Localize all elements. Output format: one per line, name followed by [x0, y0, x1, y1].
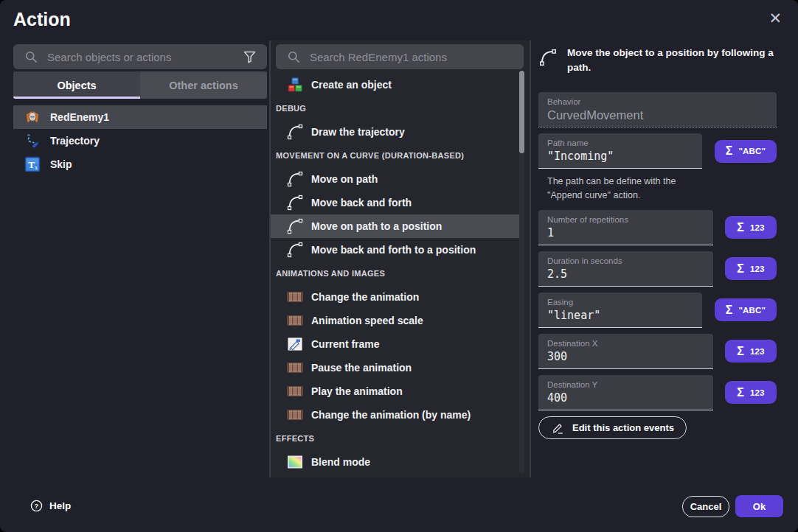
frame-icon: [286, 335, 304, 353]
field-input-destination-y[interactable]: [547, 391, 704, 405]
expression-editor-button[interactable]: Σ"ABC": [715, 140, 777, 163]
object-tabs: Objects Other actions: [13, 71, 267, 99]
svg-text:?: ?: [35, 502, 39, 510]
cancel-button[interactable]: Cancel: [682, 496, 729, 517]
object-label: RedEnemy1: [50, 111, 109, 123]
help-button[interactable]: ? Help: [30, 499, 71, 513]
objects-search-input[interactable]: [47, 51, 233, 63]
scrollbar-thumb[interactable]: [519, 71, 524, 153]
object-item-trajectory[interactable]: Trajectory: [13, 129, 267, 153]
action-label: Pause the animation: [311, 362, 412, 374]
objects-panel: Objects Other actions RedEnemy1Trajector…: [13, 44, 267, 176]
search-icon: [285, 48, 302, 66]
action-item-move-back-and-forth-to-a-position[interactable]: Move back and forth to a position: [271, 238, 519, 262]
action-label: Animation speed scale: [311, 315, 423, 326]
action-label: Change the animation (by name): [311, 409, 471, 421]
tab-objects[interactable]: Objects: [13, 71, 140, 99]
actions-search-bar: [276, 44, 524, 69]
objects-search-bar: [13, 44, 267, 69]
action-label: Draw the trajectory: [311, 126, 405, 138]
field-helper-text: The path can be define with the "Append …: [547, 175, 695, 203]
actions-search-input[interactable]: [310, 51, 515, 63]
action-label: Move on path to a position: [311, 220, 442, 232]
field-easing[interactable]: Easing: [538, 293, 702, 328]
expression-editor-button[interactable]: Σ123: [725, 381, 777, 404]
action-item-change-the-animation[interactable]: Change the animation: [271, 285, 519, 309]
field-label: Behavior: [547, 97, 768, 106]
film-icon: [286, 359, 304, 377]
action-item-pause-the-animation[interactable]: Pause the animation: [271, 356, 519, 379]
field-input-duration-in-seconds[interactable]: [547, 267, 704, 281]
field-input-number-of-repetitions[interactable]: [547, 226, 704, 239]
sigma-icon: Σ: [737, 346, 744, 357]
curve-icon: [286, 170, 304, 188]
expression-editor-button[interactable]: Σ123: [725, 216, 777, 239]
field-label: Destination X: [547, 339, 704, 348]
curve-icon: [286, 241, 304, 259]
expression-type-label: "ABC": [738, 147, 766, 155]
ok-button[interactable]: Ok: [735, 495, 783, 517]
tab-other-actions[interactable]: Other actions: [140, 71, 267, 99]
section-header-effects: EFFECTS: [271, 427, 519, 450]
object-item-redenemy1[interactable]: RedEnemy1: [13, 105, 267, 129]
action-item-play-the-animation[interactable]: Play the animation: [271, 379, 519, 403]
field-number-of-repetitions[interactable]: Number of repetitions: [538, 210, 713, 245]
sigma-icon: Σ: [726, 145, 733, 157]
action-label: Move on path: [311, 173, 378, 185]
field-duration-in-seconds[interactable]: Duration in seconds: [538, 251, 713, 287]
field-value: CurvedMovement: [547, 108, 768, 122]
svg-text:x: x: [35, 164, 38, 171]
field-destination-x[interactable]: Destination X: [538, 334, 713, 369]
object-item-skip[interactable]: TxSkip: [13, 153, 267, 176]
action-label: Play the animation: [311, 385, 403, 397]
search-icon: [22, 48, 40, 66]
parameter-fields: BehaviorCurvedMovementPath nameΣ"ABC"The…: [538, 92, 777, 410]
funnel-icon[interactable]: [240, 48, 258, 66]
expression-editor-button[interactable]: Σ123: [725, 257, 777, 280]
action-label: Move back and forth: [311, 197, 412, 209]
pencil-icon: [551, 421, 565, 435]
field-input-destination-x[interactable]: [547, 350, 704, 363]
field-label: Number of repetitions: [547, 215, 704, 224]
expression-editor-button[interactable]: Σ123: [725, 340, 777, 363]
action-item-blend-mode[interactable]: Blend mode: [271, 450, 519, 474]
action-dialog: Action ✕ Objects Other actions RedEnemy1…: [0, 0, 798, 532]
expression-type-label: 123: [750, 265, 765, 273]
field-row: BehaviorCurvedMovement: [538, 92, 777, 127]
cubes-icon: [286, 76, 304, 94]
expression-type-label: 123: [750, 223, 765, 232]
field-label: Duration in seconds: [547, 256, 704, 265]
edit-action-events-button[interactable]: Edit this action events: [538, 416, 687, 439]
action-item-current-frame[interactable]: Current frame: [271, 332, 519, 356]
field-input-path-name[interactable]: [547, 150, 693, 163]
expression-editor-button[interactable]: Σ"ABC": [715, 298, 777, 321]
action-item-move-on-path-to-a-position[interactable]: Move on path to a position: [271, 214, 519, 238]
action-label: Blend mode: [311, 456, 370, 468]
action-item-change-the-animation-by-name[interactable]: Change the animation (by name): [271, 403, 519, 427]
curve-icon: [286, 217, 304, 235]
field-path-name[interactable]: Path name: [538, 133, 702, 169]
section-header-animations-and-images: ANIMATIONS AND IMAGES: [271, 262, 519, 285]
action-item-draw-the-trajectory[interactable]: Draw the trajectory: [271, 120, 519, 144]
expression-type-label: "ABC": [738, 306, 766, 315]
text-object-icon: Tx: [24, 155, 41, 173]
action-item-animation-speed-scale[interactable]: Animation speed scale: [271, 309, 519, 332]
scrollbar-track[interactable]: [519, 71, 524, 473]
field-row: Number of repetitionsΣ123: [538, 210, 777, 245]
close-icon[interactable]: ✕: [768, 10, 782, 26]
trajectory-icon: [24, 132, 41, 150]
action-item-create-an-object[interactable]: Create an object: [271, 73, 519, 97]
object-label: Trajectory: [50, 135, 100, 147]
action-item-move-on-path[interactable]: Move on path: [271, 167, 519, 191]
panel-divider: [530, 41, 531, 477]
expression-type-label: 123: [750, 388, 765, 397]
field-row: Path nameΣ"ABC": [538, 133, 777, 169]
field-destination-y[interactable]: Destination Y: [538, 375, 713, 410]
field-input-easing[interactable]: [547, 309, 693, 322]
film-icon: [286, 406, 304, 424]
action-label: Current frame: [311, 338, 380, 350]
sigma-icon: Σ: [726, 304, 733, 316]
help-icon: ?: [30, 499, 44, 513]
field-label: Easing: [547, 298, 693, 307]
action-item-move-back-and-forth[interactable]: Move back and forth: [271, 191, 519, 214]
